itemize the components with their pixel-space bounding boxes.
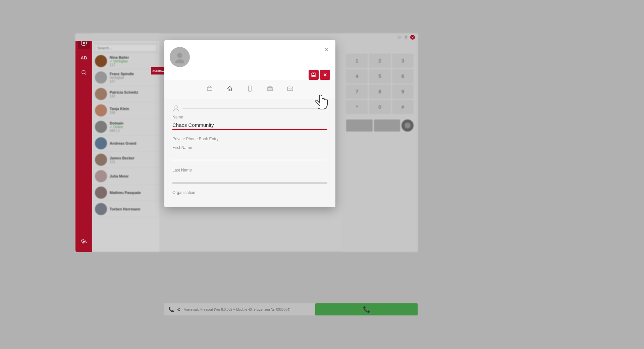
last-name-field: Last Name <box>172 168 327 184</box>
svg-rect-9 <box>207 87 212 91</box>
first-name-field: First Name <box>172 145 327 161</box>
first-name-label: First Name <box>172 145 327 150</box>
svg-point-16 <box>175 106 177 108</box>
dialog-form: Name Private Phone Book Entry First Name… <box>164 99 335 207</box>
person-icon-row <box>172 105 327 112</box>
email-tab-icon[interactable] <box>285 84 295 95</box>
name-field: Name <box>172 115 327 130</box>
dialog-action-buttons: ✕ <box>164 70 335 80</box>
work-tab-icon[interactable] <box>205 84 214 95</box>
name-input[interactable] <box>172 121 327 130</box>
fax-tab-icon[interactable] <box>265 84 275 95</box>
last-name-label: Last Name <box>172 168 327 172</box>
organisation-field: Organisation <box>172 190 327 195</box>
svg-rect-7 <box>312 75 315 77</box>
type-label: Private Phone Book Entry <box>172 137 327 141</box>
mobile-tab-icon[interactable] <box>245 84 255 95</box>
first-name-input[interactable] <box>172 151 327 160</box>
save-button[interactable] <box>309 70 319 80</box>
svg-rect-14 <box>268 89 272 90</box>
svg-point-11 <box>250 90 250 91</box>
contact-edit-dialog: ✕ ✕ <box>164 40 335 207</box>
svg-rect-8 <box>313 73 314 74</box>
dialog-close-button[interactable]: ✕ <box>322 46 330 54</box>
avatar <box>170 47 190 67</box>
svg-point-5 <box>175 59 184 63</box>
svg-rect-15 <box>287 87 293 91</box>
svg-point-4 <box>177 53 182 58</box>
home-tab-icon[interactable] <box>225 84 234 95</box>
organisation-label: Organisation <box>172 190 327 195</box>
last-name-input[interactable] <box>172 174 327 183</box>
dialog-header: ✕ <box>164 40 335 67</box>
name-label: Name <box>172 115 327 119</box>
discard-button[interactable]: ✕ <box>320 70 330 80</box>
dialog-tabs <box>164 80 335 99</box>
